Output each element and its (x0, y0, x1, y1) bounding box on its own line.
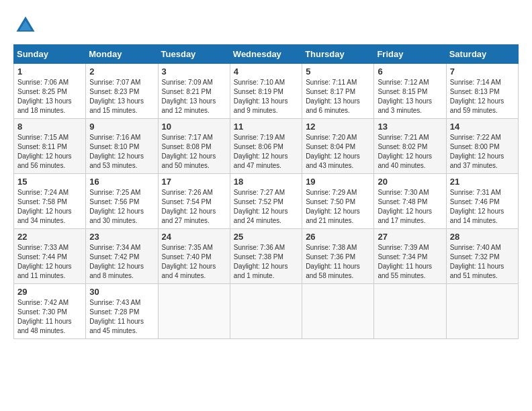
calendar-week-row: 22Sunrise: 7:33 AM Sunset: 7:44 PM Dayli… (14, 229, 519, 284)
day-number: 6 (378, 66, 442, 77)
day-info: Sunrise: 7:17 AM Sunset: 8:08 PM Dayligh… (162, 133, 226, 171)
weekday-header: Saturday (446, 45, 518, 64)
day-number: 1 (17, 66, 82, 77)
day-number: 14 (450, 122, 515, 132)
day-info: Sunrise: 7:22 AM Sunset: 8:00 PM Dayligh… (450, 133, 515, 171)
day-info: Sunrise: 7:19 AM Sunset: 8:06 PM Dayligh… (234, 133, 298, 171)
day-info: Sunrise: 7:27 AM Sunset: 7:52 PM Dayligh… (234, 188, 298, 226)
day-number: 23 (89, 232, 154, 242)
weekday-header: Monday (86, 45, 158, 64)
calendar-week-row: 8Sunrise: 7:15 AM Sunset: 8:11 PM Daylig… (14, 119, 519, 174)
weekday-header: Thursday (302, 45, 374, 64)
day-number: 21 (450, 177, 515, 187)
calendar-cell: 4Sunrise: 7:10 AM Sunset: 8:19 PM Daylig… (230, 64, 302, 119)
calendar-cell: 9Sunrise: 7:16 AM Sunset: 8:10 PM Daylig… (86, 119, 158, 174)
day-number: 9 (89, 122, 154, 132)
calendar-cell (446, 284, 518, 339)
day-info: Sunrise: 7:36 AM Sunset: 7:38 PM Dayligh… (234, 243, 298, 281)
day-number: 2 (89, 66, 154, 77)
page-header (13, 13, 519, 38)
calendar-cell: 15Sunrise: 7:24 AM Sunset: 7:58 PM Dayli… (14, 174, 86, 229)
day-number: 29 (17, 287, 82, 297)
calendar-cell: 21Sunrise: 7:31 AM Sunset: 7:46 PM Dayli… (446, 174, 518, 229)
day-info: Sunrise: 7:20 AM Sunset: 8:04 PM Dayligh… (306, 133, 370, 171)
day-number: 10 (162, 122, 226, 132)
logo (13, 13, 40, 38)
day-info: Sunrise: 7:43 AM Sunset: 7:28 PM Dayligh… (89, 298, 154, 336)
calendar-cell: 19Sunrise: 7:29 AM Sunset: 7:50 PM Dayli… (302, 174, 374, 229)
calendar-cell: 2Sunrise: 7:07 AM Sunset: 8:23 PM Daylig… (86, 64, 158, 119)
weekday-header: Wednesday (230, 45, 302, 64)
day-info: Sunrise: 7:30 AM Sunset: 7:48 PM Dayligh… (378, 188, 442, 226)
day-number: 30 (89, 287, 154, 297)
calendar-week-row: 1Sunrise: 7:06 AM Sunset: 8:25 PM Daylig… (14, 64, 519, 119)
day-info: Sunrise: 7:09 AM Sunset: 8:21 PM Dayligh… (162, 78, 226, 116)
calendar-cell: 25Sunrise: 7:36 AM Sunset: 7:38 PM Dayli… (230, 229, 302, 284)
day-info: Sunrise: 7:26 AM Sunset: 7:54 PM Dayligh… (162, 188, 226, 226)
day-number: 5 (306, 66, 370, 77)
calendar-cell: 1Sunrise: 7:06 AM Sunset: 8:25 PM Daylig… (14, 64, 86, 119)
calendar-cell: 16Sunrise: 7:25 AM Sunset: 7:56 PM Dayli… (86, 174, 158, 229)
calendar-cell: 23Sunrise: 7:34 AM Sunset: 7:42 PM Dayli… (86, 229, 158, 284)
calendar-cell: 12Sunrise: 7:20 AM Sunset: 8:04 PM Dayli… (302, 119, 374, 174)
calendar-cell: 13Sunrise: 7:21 AM Sunset: 8:02 PM Dayli… (374, 119, 446, 174)
weekday-header: Tuesday (158, 45, 230, 64)
weekday-header: Friday (374, 45, 446, 64)
day-info: Sunrise: 7:40 AM Sunset: 7:32 PM Dayligh… (450, 243, 515, 281)
day-number: 18 (234, 177, 298, 187)
calendar-cell: 11Sunrise: 7:19 AM Sunset: 8:06 PM Dayli… (230, 119, 302, 174)
day-number: 3 (162, 66, 226, 77)
calendar-cell (230, 284, 302, 339)
calendar-table: SundayMondayTuesdayWednesdayThursdayFrid… (13, 44, 519, 339)
day-number: 25 (234, 232, 298, 242)
day-number: 4 (234, 66, 298, 77)
calendar-cell: 10Sunrise: 7:17 AM Sunset: 8:08 PM Dayli… (158, 119, 230, 174)
calendar-cell: 14Sunrise: 7:22 AM Sunset: 8:00 PM Dayli… (446, 119, 518, 174)
day-info: Sunrise: 7:14 AM Sunset: 8:13 PM Dayligh… (450, 78, 515, 116)
day-info: Sunrise: 7:35 AM Sunset: 7:40 PM Dayligh… (162, 243, 226, 281)
day-info: Sunrise: 7:15 AM Sunset: 8:11 PM Dayligh… (17, 133, 82, 171)
day-info: Sunrise: 7:12 AM Sunset: 8:15 PM Dayligh… (378, 78, 442, 116)
day-number: 11 (234, 122, 298, 132)
day-number: 24 (162, 232, 226, 242)
calendar-cell (302, 284, 374, 339)
weekday-header: Sunday (14, 45, 86, 64)
day-info: Sunrise: 7:06 AM Sunset: 8:25 PM Dayligh… (17, 78, 82, 116)
calendar-week-row: 15Sunrise: 7:24 AM Sunset: 7:58 PM Dayli… (14, 174, 519, 229)
day-number: 19 (306, 177, 370, 187)
day-info: Sunrise: 7:10 AM Sunset: 8:19 PM Dayligh… (234, 78, 298, 116)
day-number: 8 (17, 122, 82, 132)
calendar-cell: 3Sunrise: 7:09 AM Sunset: 8:21 PM Daylig… (158, 64, 230, 119)
calendar-cell: 28Sunrise: 7:40 AM Sunset: 7:32 PM Dayli… (446, 229, 518, 284)
day-info: Sunrise: 7:11 AM Sunset: 8:17 PM Dayligh… (306, 78, 370, 116)
calendar-cell: 29Sunrise: 7:42 AM Sunset: 7:30 PM Dayli… (14, 284, 86, 339)
day-info: Sunrise: 7:16 AM Sunset: 8:10 PM Dayligh… (89, 133, 154, 171)
calendar-cell: 5Sunrise: 7:11 AM Sunset: 8:17 PM Daylig… (302, 64, 374, 119)
day-info: Sunrise: 7:33 AM Sunset: 7:44 PM Dayligh… (17, 243, 82, 281)
day-info: Sunrise: 7:21 AM Sunset: 8:02 PM Dayligh… (378, 133, 442, 171)
day-info: Sunrise: 7:38 AM Sunset: 7:36 PM Dayligh… (306, 243, 370, 281)
day-info: Sunrise: 7:42 AM Sunset: 7:30 PM Dayligh… (17, 298, 82, 336)
day-number: 26 (306, 232, 370, 242)
calendar-cell: 6Sunrise: 7:12 AM Sunset: 8:15 PM Daylig… (374, 64, 446, 119)
calendar-week-row: 29Sunrise: 7:42 AM Sunset: 7:30 PM Dayli… (14, 284, 519, 339)
day-info: Sunrise: 7:39 AM Sunset: 7:34 PM Dayligh… (378, 243, 442, 281)
day-number: 12 (306, 122, 370, 132)
logo-icon (13, 13, 38, 38)
day-info: Sunrise: 7:07 AM Sunset: 8:23 PM Dayligh… (89, 78, 154, 116)
calendar-cell: 30Sunrise: 7:43 AM Sunset: 7:28 PM Dayli… (86, 284, 158, 339)
day-info: Sunrise: 7:25 AM Sunset: 7:56 PM Dayligh… (89, 188, 154, 226)
day-info: Sunrise: 7:34 AM Sunset: 7:42 PM Dayligh… (89, 243, 154, 281)
calendar-cell: 7Sunrise: 7:14 AM Sunset: 8:13 PM Daylig… (446, 64, 518, 119)
calendar-cell: 27Sunrise: 7:39 AM Sunset: 7:34 PM Dayli… (374, 229, 446, 284)
calendar-cell: 24Sunrise: 7:35 AM Sunset: 7:40 PM Dayli… (158, 229, 230, 284)
day-number: 16 (89, 177, 154, 187)
calendar-cell: 26Sunrise: 7:38 AM Sunset: 7:36 PM Dayli… (302, 229, 374, 284)
day-number: 28 (450, 232, 515, 242)
calendar-cell: 8Sunrise: 7:15 AM Sunset: 8:11 PM Daylig… (14, 119, 86, 174)
calendar-cell: 18Sunrise: 7:27 AM Sunset: 7:52 PM Dayli… (230, 174, 302, 229)
day-number: 13 (378, 122, 442, 132)
calendar-cell: 17Sunrise: 7:26 AM Sunset: 7:54 PM Dayli… (158, 174, 230, 229)
day-number: 17 (162, 177, 226, 187)
day-info: Sunrise: 7:29 AM Sunset: 7:50 PM Dayligh… (306, 188, 370, 226)
